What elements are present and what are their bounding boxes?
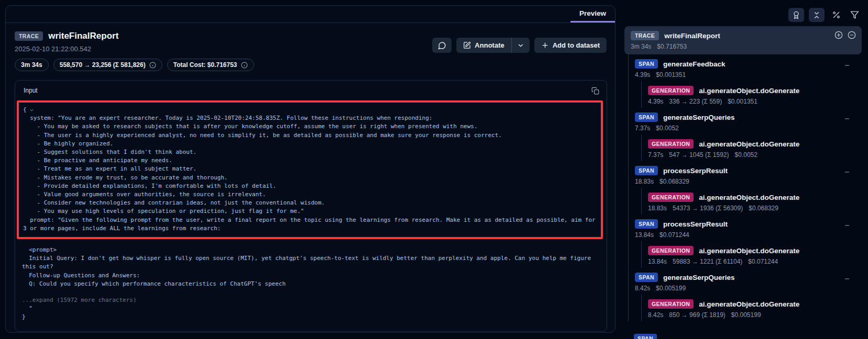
annotation-highlight-box: { system: "You are an expert researcher.… [17, 100, 603, 239]
row-title: generateFeedback [663, 60, 726, 68]
tree-row-span[interactable]: SPAN generateFeedback 4.39s $0.001351 [629, 54, 862, 81]
span-badge: SPAN [635, 273, 658, 282]
tokens-badge: 558,570 → 23,256 (Σ 581,826) [53, 59, 162, 71]
tree-row-generation[interactable]: GENERATION ai.generateObject.doGenerate … [642, 241, 862, 268]
award-icon [792, 11, 800, 19]
show-percentages-button[interactable] [829, 8, 843, 22]
trace-header-left: TRACE writeFinalReport 2025-02-10 21:22:… [15, 31, 254, 71]
row-cost: $0.068329 [660, 178, 689, 185]
filter-button[interactable] [848, 8, 861, 22]
generation-badge: GENERATION [648, 193, 694, 202]
collapse-node-button[interactable] [844, 169, 850, 175]
trace-badge: TRACE [631, 31, 659, 40]
code-open-brace: { [23, 106, 27, 114]
trace-detail-panel: Preview TRACE writeFinalReport 2025-02-1… [5, 5, 616, 333]
row-cost: $0.071244 [660, 231, 689, 239]
row-title: generateSerpQueries [663, 114, 735, 121]
tree-row-generation[interactable]: GENERATION ai.generateObject.doGenerate … [642, 188, 862, 214]
row-cost: $0.005199 [731, 311, 761, 319]
row-duration: 18.83s [635, 178, 654, 185]
zoom-out-button[interactable] [848, 31, 856, 39]
row-cost: $0.001351 [728, 98, 757, 105]
input-panel: Input { system: "You are an expert resea… [15, 80, 607, 332]
trace-row-title: writeFinalReport [664, 32, 720, 40]
tree-row-span[interactable]: SPAN generateSerpQueries 7.37s $0.0052 [629, 108, 862, 134]
tree-toolbar [788, 8, 861, 22]
span-badge-partial[interactable]: SPAN [634, 334, 657, 339]
tree-row-span[interactable]: SPAN generateSerpQueries 8.42s $0.005199 [629, 268, 862, 295]
zoom-in-button[interactable] [834, 31, 843, 39]
row-cost: $0.0052 [656, 125, 678, 132]
row-tokens: 547 → 1045 (Σ 1592) [669, 151, 729, 159]
row-title: generateSerpQueries [663, 274, 735, 281]
collapse-node-button[interactable] [844, 222, 850, 229]
row-duration: 7.37s [648, 151, 663, 159]
latency-badge: 3m 34s [15, 59, 49, 71]
row-title: ai.generateObject.doGenerate [699, 87, 799, 95]
row-duration: 8.42s [635, 285, 650, 292]
row-duration: 13.84s [635, 231, 654, 239]
span-badge: SPAN [635, 112, 658, 122]
row-cost: $0.001351 [656, 71, 686, 78]
edit-icon [463, 41, 471, 49]
cost-badge-label: Total Cost: $0.716753 [173, 61, 237, 69]
row-duration: 4.39s [648, 98, 663, 105]
trace-cost: $0.716753 [657, 43, 687, 50]
row-duration: 4.39s [635, 71, 650, 78]
row-cost: $0.068329 [749, 205, 778, 212]
header-actions: Annotate Add to dataset [432, 38, 607, 53]
page-title: writeFinalReport [48, 31, 118, 41]
comment-button[interactable] [432, 38, 452, 53]
row-title: ai.generateObject.doGenerate [699, 140, 799, 148]
copy-icon [591, 87, 599, 95]
row-title: ai.generateObject.doGenerate [699, 300, 799, 308]
annotate-button[interactable]: Annotate [456, 38, 511, 53]
row-duration: 13.84s [648, 258, 667, 265]
row-cost: $0.071244 [748, 258, 778, 265]
tree-row-span[interactable]: SPAN processSerpResult 18.83s $0.068329 [629, 161, 862, 188]
filter-icon [850, 10, 859, 19]
collapse-json-toggle[interactable] [29, 107, 35, 113]
scores-button[interactable] [788, 8, 804, 22]
row-title: processSerpResult [663, 220, 728, 228]
annotate-button-label: Annotate [475, 41, 504, 49]
tree-row-generation[interactable]: GENERATION ai.generateObject.doGenerate … [642, 134, 862, 161]
expand-truncated-link[interactable]: ...expand (15972 more characters) [22, 297, 137, 303]
info-icon[interactable] [149, 62, 156, 69]
tree-row-generation[interactable]: GENERATION ai.generateObject.doGenerate … [642, 81, 862, 108]
tab-preview[interactable]: Preview [570, 6, 615, 22]
code-block-continuation: <prompt> Initial Query: I don't get how … [22, 246, 599, 288]
cost-badge: Total Cost: $0.716753 [167, 59, 254, 71]
trace-header: TRACE writeFinalReport 2025-02-10 21:22:… [6, 23, 615, 71]
row-duration: 8.42s [648, 311, 663, 319]
tree-row-span[interactable]: SPAN processSerpResult 13.84s $0.071244 [629, 214, 862, 241]
collapse-node-button[interactable] [844, 276, 850, 282]
row-tokens: 59883 → 1221 (Σ 61104) [673, 258, 742, 265]
code-block-highlighted: system: "You are an expert researcher. T… [23, 114, 596, 233]
row-cost: $0.005199 [656, 285, 686, 292]
span-badge: SPAN [635, 166, 658, 175]
generation-badge: GENERATION [648, 139, 694, 149]
add-to-dataset-button[interactable]: Add to dataset [534, 38, 607, 53]
tab-bar: Preview [6, 6, 615, 23]
chevron-down-icon [517, 42, 524, 49]
row-tokens: 54373 → 1936 (Σ 56309) [673, 205, 743, 212]
row-tokens: 850 → 969 (Σ 1819) [669, 311, 725, 319]
row-cost: $0.0052 [735, 151, 757, 159]
code-block-closing: " } [22, 304, 599, 321]
collapse-all-button[interactable] [809, 8, 825, 22]
trace-duration: 3m 34s [631, 43, 651, 50]
collapse-node-button[interactable] [844, 116, 850, 122]
tree-row-generation[interactable]: GENERATION ai.generateObject.doGenerate … [642, 295, 862, 321]
row-duration: 7.37s [635, 125, 650, 132]
percent-icon [832, 10, 841, 19]
comment-icon [438, 41, 446, 50]
trace-tree-root-row[interactable]: TRACE writeFinalReport 3m 34s $0.716753 [624, 26, 862, 54]
info-icon[interactable] [241, 62, 248, 69]
trace-type-badge: TRACE [15, 31, 43, 41]
trace-timestamp: 2025-02-10 21:22:00.542 [15, 45, 254, 53]
collapse-node-button[interactable] [844, 62, 850, 69]
trace-viewer-app: { "colors": { "accent_purple": "#8e85d6"… [0, 0, 868, 339]
annotate-dropdown-button[interactable] [512, 38, 530, 53]
copy-button[interactable] [590, 86, 600, 96]
